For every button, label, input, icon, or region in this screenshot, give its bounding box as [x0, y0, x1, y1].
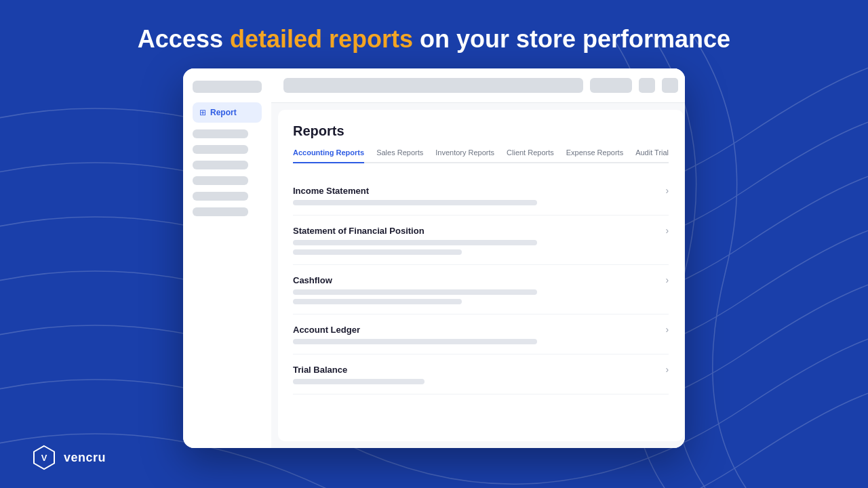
sidebar-placeholder-1	[193, 129, 248, 138]
reports-tabs: Accounting Reports Sales Reports Invento…	[293, 148, 669, 163]
main-content: Reports Accounting Reports Sales Reports…	[271, 68, 685, 448]
report-item-title: Income Statement	[293, 186, 369, 196]
tab-audit-trial[interactable]: Audit Trial	[635, 148, 669, 162]
report-item-header: Trial Balance ›	[293, 364, 669, 375]
report-list: Income Statement › Statement of Financia…	[293, 176, 669, 394]
sidebar-placeholder-6	[193, 207, 248, 216]
skeleton-line	[293, 289, 537, 295]
chevron-right-icon: ›	[665, 185, 669, 196]
skeleton-line	[293, 299, 462, 304]
reports-area: Reports Accounting Reports Sales Reports…	[278, 110, 684, 441]
topbar-icon-1[interactable]	[639, 78, 655, 93]
sidebar-placeholder-4	[193, 176, 248, 185]
report-item-account-ledger[interactable]: Account Ledger ›	[293, 314, 669, 354]
logo-area: V vencru	[31, 445, 106, 470]
topbar-search[interactable]	[283, 78, 583, 93]
skeleton-line	[293, 200, 537, 205]
report-item-title: Account Ledger	[293, 325, 360, 335]
sidebar-item-report[interactable]: ⊞ Report	[193, 102, 262, 123]
chevron-right-icon: ›	[665, 324, 669, 335]
report-item-title: Statement of Financial Position	[293, 226, 425, 236]
tab-client-reports[interactable]: Client Reports	[507, 148, 554, 162]
sidebar-top-bar	[193, 81, 262, 93]
report-item-header: Cashflow ›	[293, 274, 669, 285]
tab-sales-reports[interactable]: Sales Reports	[376, 148, 423, 162]
tab-inventory-reports[interactable]: Inventory Reports	[435, 148, 494, 162]
skeleton-line	[293, 339, 537, 344]
report-item-title: Trial Balance	[293, 365, 347, 375]
report-item-trial-balance[interactable]: Trial Balance ›	[293, 354, 669, 394]
skeleton-line	[293, 249, 462, 255]
report-icon: ⊞	[199, 108, 206, 117]
tab-expense-reports[interactable]: Expense Reports	[566, 148, 623, 162]
sidebar-placeholder-5	[193, 192, 248, 201]
chevron-right-icon: ›	[665, 225, 669, 236]
svg-text:V: V	[41, 453, 47, 463]
topbar-button[interactable]	[590, 78, 632, 93]
topbar-icon-2[interactable]	[662, 78, 678, 93]
logo-text: vencru	[64, 451, 106, 465]
skeleton-line	[293, 240, 537, 245]
top-bar	[271, 68, 685, 103]
report-item-header: Statement of Financial Position ›	[293, 225, 669, 236]
reports-title: Reports	[293, 123, 669, 139]
report-item-header: Income Statement ›	[293, 185, 669, 196]
sidebar-placeholder-2	[193, 145, 248, 154]
sidebar-placeholder-3	[193, 161, 248, 169]
report-item-income-statement[interactable]: Income Statement ›	[293, 176, 669, 216]
headline: Access detailed reports on your store pe…	[0, 0, 868, 54]
chevron-right-icon: ›	[665, 364, 669, 375]
report-item-cashflow[interactable]: Cashflow ›	[293, 265, 669, 314]
tab-accounting-reports[interactable]: Accounting Reports	[293, 148, 364, 163]
sidebar-item-label: Report	[210, 108, 237, 117]
skeleton-line	[293, 379, 425, 384]
app-window: ⊞ Report Reports Accounting Reports Sale…	[183, 68, 685, 448]
report-item-header: Account Ledger ›	[293, 324, 669, 335]
report-item-financial-position[interactable]: Statement of Financial Position ›	[293, 216, 669, 265]
chevron-right-icon: ›	[665, 274, 669, 285]
logo-icon: V	[31, 445, 57, 470]
sidebar: ⊞ Report	[183, 68, 271, 448]
report-item-title: Cashflow	[293, 275, 332, 285]
